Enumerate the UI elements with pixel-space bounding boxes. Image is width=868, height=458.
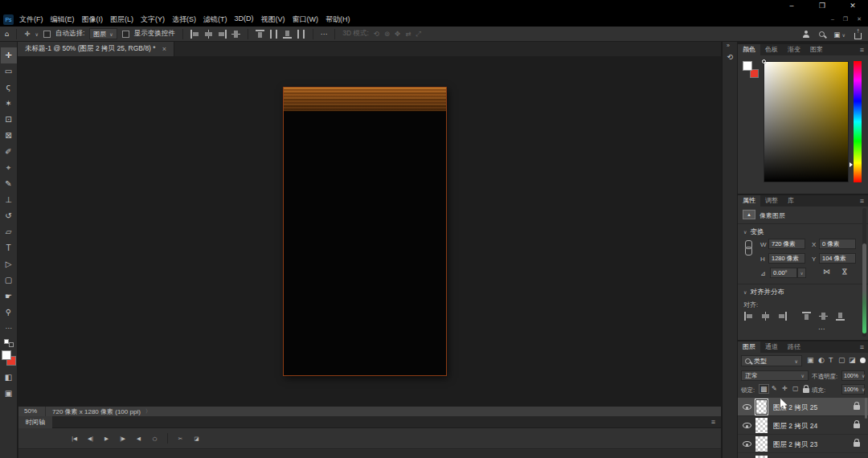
next-frame-icon[interactable]: |▶ — [117, 433, 129, 444]
layer-row[interactable]: 图层 2 拷贝 24 — [738, 416, 868, 435]
layer-name[interactable]: 图层 2 拷贝 24 — [773, 422, 817, 431]
hue-slider[interactable] — [854, 61, 862, 182]
foreground-color-swatch[interactable] — [2, 350, 11, 360]
constrain-proportions-icon[interactable] — [744, 240, 752, 255]
lock-transparent-pixels-icon[interactable]: ▩ — [759, 384, 769, 394]
edit-toolbar-icon[interactable]: ⋯ — [1, 321, 17, 337]
menu-image[interactable]: 图像(I) — [82, 14, 104, 25]
layer-visibility-eye-icon[interactable] — [743, 441, 751, 447]
filter-type-layers-icon[interactable]: T — [829, 356, 833, 364]
hand-tool[interactable]: ☛ — [1, 288, 17, 305]
height-field[interactable]: 1280 像素 — [768, 253, 805, 264]
rotation-dropdown-icon[interactable]: ∨ — [797, 268, 806, 278]
lock-all-icon[interactable] — [803, 388, 809, 393]
workspace-switcher-icon[interactable]: ▣ ∨ — [833, 31, 845, 39]
layer-visibility-eye-icon[interactable] — [743, 404, 751, 410]
layer-row[interactable]: 图层 2 拷贝 23 — [738, 435, 868, 453]
tab-layers[interactable]: 图层 — [738, 341, 760, 353]
align-top-edges-icon[interactable] — [256, 30, 264, 39]
move-tool[interactable]: ✛ — [1, 47, 17, 63]
photoshop-logo-icon[interactable]: Ps — [3, 14, 14, 25]
clone-stamp-tool[interactable]: ⊥ — [1, 192, 17, 208]
menu-help[interactable]: 帮助(H) — [326, 14, 350, 25]
document-tab[interactable]: 未标题-1 @ 50% (图层 2 拷贝 25, RGB/8) * × — [18, 42, 174, 56]
layer-row[interactable] — [738, 453, 868, 458]
align-right-edges-icon[interactable] — [778, 312, 787, 321]
layer-thumbnail[interactable] — [755, 436, 768, 452]
type-tool[interactable]: T — [1, 240, 17, 256]
align-vertical-centers-icon[interactable] — [819, 312, 828, 321]
color-panel-menu-icon[interactable]: ≡ — [860, 44, 864, 55]
tab-color[interactable]: 颜色 — [738, 44, 760, 55]
align-more-options-button[interactable]: ⋯ — [321, 30, 328, 38]
share-icon[interactable] — [854, 33, 862, 39]
flip-vertical-icon[interactable]: ⋈ — [841, 268, 849, 276]
default-colors-icon[interactable] — [4, 339, 14, 347]
document-tab-close-icon[interactable]: × — [162, 45, 166, 53]
distribute-vertical-icon[interactable] — [297, 30, 305, 39]
hue-slider-marker-icon[interactable] — [850, 162, 853, 167]
align-top-edges-icon[interactable] — [802, 312, 811, 321]
color-panel-swatches[interactable] — [742, 60, 763, 81]
show-transform-controls-checkbox[interactable] — [122, 31, 129, 38]
align-horizontal-centers-icon[interactable] — [761, 312, 770, 321]
layer-visibility-eye-icon[interactable] — [743, 423, 751, 428]
menu-select[interactable]: 选择(S) — [172, 14, 196, 25]
history-brush-tool[interactable]: ↺ — [1, 208, 17, 224]
blend-mode-dropdown[interactable]: 正常 ∨ — [741, 370, 809, 381]
align-bottom-edges-icon[interactable] — [836, 312, 845, 321]
quick-mask-icon[interactable]: ◧ — [1, 370, 17, 386]
current-tool-icon[interactable]: ✛ — [24, 30, 30, 38]
search-icon[interactable] — [819, 31, 825, 37]
window-minimize-button[interactable]: – — [776, 0, 807, 13]
tab-timeline[interactable]: 时间轴 — [18, 416, 52, 428]
align-more-button[interactable]: ⋯ — [818, 325, 825, 333]
app-close-button[interactable]: ✕ — [857, 16, 862, 22]
rotation-field[interactable]: 0.00° — [770, 268, 797, 278]
shape-tool[interactable]: ▢ — [1, 272, 17, 288]
lock-artboard-icon[interactable]: ▢ — [792, 385, 799, 392]
auto-select-checkbox[interactable] — [43, 31, 51, 38]
window-restore-button[interactable]: ❐ — [807, 0, 837, 13]
timeline-panel-menu-icon[interactable]: ≡ — [711, 416, 715, 428]
app-minimize-button[interactable]: – — [831, 16, 834, 22]
layers-scrollbar-thumb[interactable] — [865, 398, 867, 419]
eyedropper-tool[interactable]: ✐ — [1, 144, 17, 160]
playback-options-icon[interactable]: ○ — [149, 433, 161, 444]
properties-panel-menu-icon[interactable]: ≡ — [860, 195, 864, 207]
home-icon[interactable]: ⌂ — [5, 30, 9, 38]
tab-properties[interactable]: 属性 — [738, 195, 760, 207]
mute-audio-icon[interactable]: ◀ — [133, 433, 145, 444]
eraser-tool[interactable]: ▱ — [1, 224, 17, 240]
align-horizontal-centers-icon[interactable] — [204, 30, 213, 39]
layer-thumbnail[interactable] — [755, 418, 768, 433]
align-left-edges-icon[interactable] — [744, 312, 753, 321]
tab-patterns[interactable]: 图案 — [805, 44, 828, 55]
distribute-horizontal-icon[interactable] — [269, 30, 278, 39]
tab-libraries[interactable]: 库 — [783, 195, 799, 207]
align-left-edges-icon[interactable] — [190, 30, 199, 39]
fill-dropdown[interactable]: 100% ∨ — [841, 384, 865, 395]
zoom-level-field[interactable]: 50% — [18, 407, 46, 416]
lock-position-icon[interactable]: ✛ — [782, 385, 788, 392]
account-icon[interactable] — [802, 31, 810, 39]
menu-window[interactable]: 窗口(W) — [293, 14, 319, 25]
object-selection-tool[interactable]: ✶ — [1, 96, 17, 112]
split-at-playhead-icon[interactable]: ✂ — [174, 433, 186, 444]
width-field[interactable]: 720 像素 — [768, 239, 805, 249]
menu-edit[interactable]: 编辑(E) — [51, 14, 75, 25]
tab-adjustments[interactable]: 调整 — [760, 195, 783, 207]
foreground-background-swatches[interactable] — [0, 349, 18, 370]
document-canvas[interactable] — [283, 87, 447, 376]
lasso-tool[interactable]: ς — [1, 80, 17, 96]
foreground-color-swatch[interactable] — [743, 61, 752, 71]
filter-adjustment-layers-icon[interactable]: ◐ — [818, 356, 825, 364]
window-close-button[interactable]: ✕ — [837, 0, 868, 13]
menu-type[interactable]: 文字(Y) — [141, 14, 165, 25]
status-options-chevron-icon[interactable]: 〉 — [145, 407, 151, 415]
saturation-brightness-picker[interactable] — [764, 61, 849, 182]
filter-smart-objects-icon[interactable]: ◪ — [849, 356, 856, 364]
properties-scrollbar-thumb[interactable] — [862, 243, 866, 333]
transform-section-header[interactable]: ∨变换 — [743, 227, 764, 237]
zoom-tool[interactable]: ⚲ — [1, 305, 17, 321]
